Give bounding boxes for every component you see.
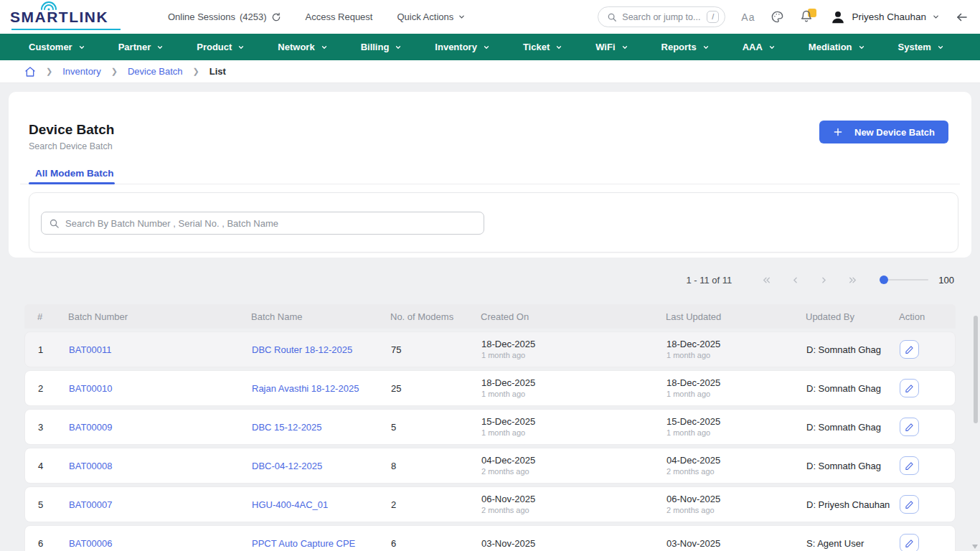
slider-track[interactable] [880, 279, 928, 281]
global-search[interactable]: / [598, 6, 725, 27]
batch-search-field[interactable] [41, 212, 484, 235]
font-size-toggle[interactable]: Aa [741, 11, 755, 23]
global-search-input[interactable] [622, 12, 702, 22]
access-request-link[interactable]: Access Request [306, 11, 373, 22]
quick-actions-menu[interactable]: Quick Actions [397, 11, 466, 22]
page-size-value: 100 [938, 275, 954, 286]
table-row[interactable]: 5 BAT00007 HGU-400-4AC_01 2 06-Nov-20252… [24, 486, 956, 522]
batch-number-link[interactable]: BAT00007 [69, 499, 112, 510]
table-row[interactable]: 1 BAT00011 DBC Router 18-12-2025 75 18-D… [24, 331, 956, 367]
quick-actions-label: Quick Actions [397, 11, 453, 22]
col-header-batch-name: Batch Name [251, 311, 390, 322]
nav-item-inventory[interactable]: Inventory [435, 42, 490, 52]
nav-item-partner[interactable]: Partner [118, 42, 164, 52]
user-menu[interactable]: Priyesh Chauhan [830, 9, 940, 25]
modem-count: 2 [391, 499, 481, 510]
breadcrumb-inventory[interactable]: Inventory [62, 66, 100, 77]
table-row[interactable]: 4 BAT00008 DBC-04-12-2025 8 04-Dec-20252… [24, 448, 956, 484]
edit-button[interactable] [900, 495, 919, 514]
online-sessions[interactable]: Online Sessions (4253) [168, 11, 281, 22]
pencil-icon [905, 345, 914, 354]
batch-name-link[interactable]: DBC-04-12-2025 [252, 461, 322, 471]
nav-item-system[interactable]: System [898, 42, 944, 52]
home-icon[interactable] [24, 66, 36, 77]
edit-button[interactable] [900, 379, 919, 397]
chevron-down-icon [156, 44, 164, 51]
last-page-button[interactable] [838, 276, 867, 285]
page-title: Device Batch [29, 122, 114, 138]
scrollbar-down-arrow[interactable] [972, 545, 978, 549]
page-size-slider[interactable] [880, 279, 928, 281]
col-header-batch-number: Batch Number [68, 311, 251, 322]
table-row[interactable]: 3 BAT00009 DBC 15-12-2025 5 15-Dec-20251… [24, 409, 956, 445]
breadcrumb-device-batch[interactable]: Device Batch [128, 66, 183, 77]
app-logo[interactable]: SMARTLINK [10, 5, 131, 29]
batch-name-link[interactable]: DBC 15-12-2025 [252, 422, 322, 433]
nav-item-product[interactable]: Product [197, 42, 245, 52]
chevron-down-icon [937, 44, 944, 51]
nav-label: Mediation [809, 42, 852, 52]
nav-label: Ticket [523, 42, 550, 52]
batch-name-link[interactable]: HGU-400-4AC_01 [252, 499, 328, 510]
created-date: 18-Dec-2025 [481, 339, 535, 349]
created-ago: 1 month ago [481, 351, 525, 359]
edit-button[interactable] [900, 340, 919, 359]
slider-thumb[interactable] [880, 276, 888, 284]
edit-button[interactable] [900, 456, 919, 475]
search-panel [29, 192, 958, 253]
edit-button[interactable] [900, 418, 919, 436]
plus-icon [833, 127, 843, 137]
batch-number-link[interactable]: BAT00008 [69, 461, 112, 471]
created-date: 04-Dec-2025 [481, 455, 535, 466]
pagination-range: 1 - 11 of 11 [686, 275, 732, 286]
nav-item-mediation[interactable]: Mediation [809, 42, 865, 52]
device-batch-table: # Batch Number Batch Name No. of Modems … [24, 304, 956, 551]
back-arrow-icon[interactable] [956, 11, 969, 24]
table-row[interactable]: 2 BAT00010 Rajan Avasthi 18-12-2025 25 1… [24, 370, 956, 406]
double-chevron-right-icon [848, 276, 857, 285]
nav-item-ticket[interactable]: Ticket [523, 42, 562, 52]
batch-search-input[interactable] [65, 218, 476, 229]
theme-palette-icon[interactable] [771, 10, 784, 24]
new-device-batch-button[interactable]: New Device Batch [819, 121, 948, 143]
nav-item-wifi[interactable]: WiFi [595, 42, 628, 52]
notifications-button[interactable] [800, 10, 814, 24]
updated-date: 04-Dec-2025 [666, 455, 720, 466]
tab-all-modem-batch[interactable]: All Modem Batch [29, 168, 121, 179]
breadcrumb-list: List [209, 66, 226, 77]
pencil-icon [905, 423, 914, 432]
updated-ago: 1 month ago [666, 390, 710, 398]
refresh-icon[interactable] [271, 12, 281, 22]
pencil-icon [905, 384, 914, 393]
nav-item-network[interactable]: Network [278, 42, 327, 52]
nav-label: WiFi [595, 42, 615, 52]
online-sessions-count: (4253) [240, 11, 267, 22]
first-page-button[interactable] [752, 276, 781, 285]
nav-item-aaa[interactable]: AAA [743, 42, 776, 52]
search-icon [49, 218, 60, 229]
table-row[interactable]: 6 BAT00006 PPCT Auto Capture CPE 6 03-No… [24, 525, 956, 551]
nav-item-customer[interactable]: Customer [29, 42, 85, 52]
batch-name-link[interactable]: Rajan Avasthi 18-12-2025 [252, 383, 359, 394]
batch-name-link[interactable]: DBC Router 18-12-2025 [252, 344, 352, 355]
table-header-row: # Batch Number Batch Name No. of Modems … [24, 304, 956, 329]
batch-name-link[interactable]: PPCT Auto Capture CPE [252, 538, 355, 549]
chevron-down-icon [932, 13, 940, 21]
breadcrumb-separator: ❯ [193, 67, 199, 76]
prev-page-button[interactable] [781, 276, 809, 285]
col-header-updated-by: Updated By [806, 311, 899, 322]
next-page-button[interactable] [809, 276, 838, 285]
online-sessions-label: Online Sessions [168, 11, 235, 22]
col-header-modems: No. of Modems [390, 311, 481, 322]
batch-number-link[interactable]: BAT00010 [69, 383, 112, 394]
nav-item-billing[interactable]: Billing [361, 42, 402, 52]
batch-number-link[interactable]: BAT00009 [69, 422, 112, 433]
edit-button[interactable] [900, 534, 919, 551]
created-ago: 1 month ago [481, 428, 525, 437]
nav-item-reports[interactable]: Reports [661, 42, 710, 52]
batch-number-link[interactable]: BAT00006 [69, 538, 112, 549]
updated-by: S: Agent User [806, 538, 900, 549]
vertical-scrollbar[interactable] [974, 316, 978, 423]
updated-date: 06-Nov-2025 [666, 494, 720, 504]
batch-number-link[interactable]: BAT00011 [69, 344, 112, 355]
